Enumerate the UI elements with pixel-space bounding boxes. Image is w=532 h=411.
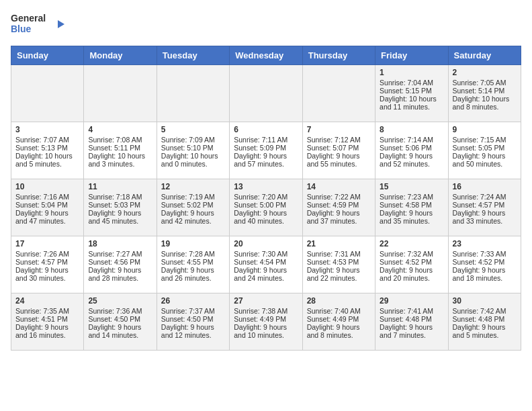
day-info: Sunset: 4:49 PM (307, 315, 371, 323)
day-info: Sunrise: 7:36 AM (88, 307, 152, 315)
day-number: 15 (380, 182, 443, 191)
day-info: Sunset: 5:15 PM (380, 87, 443, 95)
day-info: Daylight: 9 hours and 55 minutes. (307, 152, 371, 168)
calendar-cell: 8Sunrise: 7:14 AMSunset: 5:06 PMDaylight… (375, 122, 448, 179)
day-info: Daylight: 9 hours and 30 minutes. (15, 266, 79, 282)
day-info: Sunset: 5:14 PM (453, 87, 517, 95)
calendar-cell (302, 65, 375, 122)
day-info: Sunset: 4:57 PM (453, 201, 517, 209)
day-info: Sunrise: 7:11 AM (234, 136, 298, 144)
day-info: Sunset: 5:11 PM (88, 144, 152, 152)
day-info: Sunset: 4:56 PM (88, 258, 152, 266)
calendar-cell: 12Sunrise: 7:19 AMSunset: 5:02 PMDayligh… (157, 179, 229, 236)
day-info: Daylight: 9 hours and 45 minutes. (88, 209, 152, 225)
day-info: Sunset: 4:50 PM (88, 315, 152, 323)
day-info: Daylight: 9 hours and 8 minutes. (307, 323, 371, 339)
day-info: Sunrise: 7:41 AM (380, 307, 443, 315)
day-info: Daylight: 9 hours and 20 minutes. (380, 266, 443, 282)
calendar-table: SundayMondayTuesdayWednesdayThursdayFrid… (11, 46, 521, 351)
calendar-cell: 1Sunrise: 7:04 AMSunset: 5:15 PMDaylight… (375, 65, 448, 122)
day-info: Sunset: 5:13 PM (15, 144, 79, 152)
calendar-cell: 13Sunrise: 7:20 AMSunset: 5:00 PMDayligh… (230, 179, 302, 236)
calendar-cell: 11Sunrise: 7:18 AMSunset: 5:03 PMDayligh… (84, 179, 157, 236)
day-number: 14 (307, 182, 371, 191)
day-info: Sunrise: 7:24 AM (453, 193, 517, 201)
day-info: Sunrise: 7:30 AM (234, 250, 298, 258)
day-info: Daylight: 9 hours and 10 minutes. (234, 323, 298, 339)
day-info: Sunset: 4:52 PM (453, 258, 517, 266)
header-day-monday: Monday (84, 46, 157, 65)
svg-text:Blue: Blue (11, 24, 32, 34)
day-info: Sunrise: 7:32 AM (380, 250, 443, 258)
day-info: Sunrise: 7:15 AM (453, 136, 517, 144)
calendar-cell: 23Sunrise: 7:33 AMSunset: 4:52 PMDayligh… (448, 236, 521, 293)
day-info: Daylight: 9 hours and 24 minutes. (234, 266, 298, 282)
day-info: Sunrise: 7:20 AM (234, 193, 298, 201)
day-number: 19 (161, 239, 225, 248)
day-info: Sunset: 4:50 PM (161, 315, 225, 323)
day-info: Daylight: 9 hours and 5 minutes. (453, 323, 517, 339)
day-info: Sunrise: 7:27 AM (88, 250, 152, 258)
day-info: Sunset: 4:57 PM (15, 258, 79, 266)
day-info: Sunset: 5:00 PM (234, 201, 298, 209)
day-info: Daylight: 10 hours and 8 minutes. (453, 95, 517, 111)
day-number: 22 (380, 239, 443, 248)
day-number: 4 (88, 125, 152, 134)
day-number: 12 (161, 182, 225, 191)
day-number: 29 (380, 296, 443, 306)
day-info: Sunset: 5:09 PM (234, 144, 298, 152)
header-day-saturday: Saturday (448, 46, 521, 65)
day-number: 10 (15, 182, 79, 191)
day-info: Daylight: 9 hours and 52 minutes. (380, 152, 443, 168)
header-day-thursday: Thursday (302, 46, 375, 65)
calendar-cell: 20Sunrise: 7:30 AMSunset: 4:54 PMDayligh… (230, 236, 302, 293)
day-info: Sunrise: 7:07 AM (15, 136, 79, 144)
day-info: Daylight: 9 hours and 35 minutes. (380, 209, 443, 225)
calendar-cell (157, 65, 229, 122)
day-number: 1 (380, 68, 443, 77)
header-day-friday: Friday (375, 46, 448, 65)
calendar-cell: 18Sunrise: 7:27 AMSunset: 4:56 PMDayligh… (84, 236, 157, 293)
day-info: Sunrise: 7:33 AM (453, 250, 517, 258)
day-info: Sunrise: 7:38 AM (234, 307, 298, 315)
day-info: Daylight: 9 hours and 33 minutes. (453, 209, 517, 225)
day-info: Sunset: 4:48 PM (380, 315, 443, 323)
day-info: Sunset: 5:06 PM (380, 144, 443, 152)
page-header: General Blue (11, 11, 521, 38)
day-info: Daylight: 9 hours and 40 minutes. (234, 209, 298, 225)
calendar-cell (230, 65, 302, 122)
calendar-week-3: 10Sunrise: 7:16 AMSunset: 5:04 PMDayligh… (11, 179, 521, 236)
day-info: Daylight: 10 hours and 0 minutes. (161, 152, 225, 168)
calendar-cell: 29Sunrise: 7:41 AMSunset: 4:48 PMDayligh… (375, 293, 448, 351)
calendar-week-2: 3Sunrise: 7:07 AMSunset: 5:13 PMDaylight… (11, 122, 521, 179)
calendar-cell: 25Sunrise: 7:36 AMSunset: 4:50 PMDayligh… (84, 293, 157, 351)
day-info: Sunrise: 7:16 AM (15, 193, 79, 201)
day-number: 6 (234, 125, 298, 134)
day-number: 16 (453, 182, 517, 191)
day-number: 9 (453, 125, 517, 134)
calendar-cell: 17Sunrise: 7:26 AMSunset: 4:57 PMDayligh… (11, 236, 84, 293)
day-number: 17 (15, 239, 79, 248)
day-info: Sunset: 4:49 PM (234, 315, 298, 323)
day-info: Sunrise: 7:05 AM (453, 79, 517, 87)
day-info: Daylight: 10 hours and 3 minutes. (88, 152, 152, 168)
day-info: Sunset: 4:52 PM (380, 258, 443, 266)
day-info: Sunrise: 7:23 AM (380, 193, 443, 201)
calendar-cell: 28Sunrise: 7:40 AMSunset: 4:49 PMDayligh… (302, 293, 375, 351)
calendar-cell: 15Sunrise: 7:23 AMSunset: 4:58 PMDayligh… (375, 179, 448, 236)
calendar-cell: 6Sunrise: 7:11 AMSunset: 5:09 PMDaylight… (230, 122, 302, 179)
day-info: Sunset: 5:03 PM (88, 201, 152, 209)
header-day-tuesday: Tuesday (157, 46, 229, 65)
day-number: 8 (380, 125, 443, 134)
calendar-cell: 27Sunrise: 7:38 AMSunset: 4:49 PMDayligh… (230, 293, 302, 351)
calendar-cell: 16Sunrise: 7:24 AMSunset: 4:57 PMDayligh… (448, 179, 521, 236)
day-info: Sunrise: 7:22 AM (307, 193, 371, 201)
day-number: 28 (307, 296, 371, 306)
day-info: Daylight: 10 hours and 11 minutes. (380, 95, 443, 111)
day-info: Sunrise: 7:14 AM (380, 136, 443, 144)
day-info: Sunset: 5:07 PM (307, 144, 371, 152)
day-info: Sunrise: 7:12 AM (307, 136, 371, 144)
day-info: Sunset: 4:53 PM (307, 258, 371, 266)
calendar-cell (84, 65, 157, 122)
calendar-cell: 21Sunrise: 7:31 AMSunset: 4:53 PMDayligh… (302, 236, 375, 293)
